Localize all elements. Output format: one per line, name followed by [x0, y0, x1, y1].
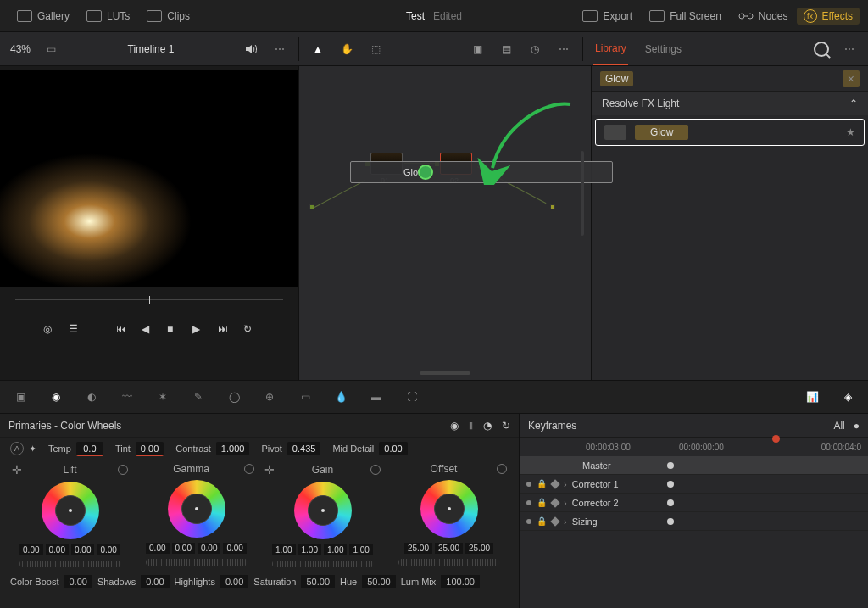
more2-icon[interactable]: ⋯	[555, 41, 572, 58]
offset-jog[interactable]	[398, 559, 500, 566]
wheels-mode-log-icon[interactable]: ◔	[483, 420, 492, 432]
gain-v2[interactable]: 1.00	[324, 544, 347, 555]
sizing-icon[interactable]: ⛶	[403, 388, 420, 405]
stop-icon[interactable]: ■	[167, 323, 179, 335]
gamma-jog[interactable]	[146, 559, 248, 566]
keyframe-icon[interactable]	[550, 479, 559, 488]
middet-value[interactable]: 0.00	[379, 442, 407, 455]
kf-all-label[interactable]: All	[833, 420, 844, 432]
qualifier-icon[interactable]: ✎	[190, 388, 207, 405]
lummix-value[interactable]: 100.00	[441, 575, 480, 588]
wheels-reset-icon[interactable]: ↻	[502, 420, 510, 432]
gallery-button[interactable]: Gallery	[8, 10, 78, 22]
luts-button[interactable]: LUTs	[78, 10, 138, 22]
search-icon[interactable]	[814, 42, 829, 57]
contrast-value[interactable]: 1.000	[216, 442, 250, 455]
zoom-level[interactable]: 43%	[10, 43, 31, 55]
node-panel-handle[interactable]	[420, 371, 470, 375]
more3-icon[interactable]: ⋯	[841, 41, 858, 58]
gain-v1[interactable]: 1.00	[298, 544, 321, 555]
lift-v1[interactable]: 0.00	[46, 544, 69, 555]
offset-v1[interactable]: 25.00	[435, 543, 463, 554]
viewer[interactable]	[0, 70, 298, 287]
scrubber[interactable]	[0, 287, 298, 312]
keyframes-icon[interactable]: ◈	[839, 388, 856, 405]
colorboost-value[interactable]: 0.00	[64, 575, 92, 588]
gain-jog[interactable]	[272, 561, 374, 567]
audio-icon[interactable]	[242, 41, 259, 58]
magic-mask-icon[interactable]: ▭	[297, 388, 314, 405]
kf-mode-icon[interactable]: ●	[854, 420, 860, 432]
highlights-value[interactable]: 0.00	[220, 575, 248, 588]
play-icon[interactable]: ▶	[192, 323, 204, 335]
lift-v2[interactable]: 0.00	[71, 544, 94, 555]
lock-icon[interactable]: 🔒	[537, 516, 547, 526]
lift-v0[interactable]: 0.00	[19, 544, 42, 555]
wheels-mode-bars-icon[interactable]: ⦀	[469, 420, 473, 432]
clear-search-icon[interactable]: ×	[843, 70, 860, 87]
offset-reset-icon[interactable]	[497, 464, 507, 474]
expand-icon[interactable]: ›	[564, 479, 567, 489]
fx-item-glow[interactable]: Glow ★	[595, 119, 865, 146]
split-icon[interactable]: ▤	[498, 41, 515, 58]
color-wheels-icon[interactable]: ◉	[47, 388, 64, 405]
playhead[interactable]	[776, 438, 776, 607]
lock-icon[interactable]: 🔒	[537, 498, 547, 507]
gain-reset-icon[interactable]	[370, 465, 381, 475]
clips-button[interactable]: Clips	[138, 10, 198, 22]
more-icon[interactable]: ⋯	[271, 41, 288, 58]
offset-wheel[interactable]	[420, 480, 478, 538]
aperture-icon[interactable]: ◎	[43, 323, 55, 335]
keyframe-icon[interactable]	[550, 516, 559, 526]
gamma-v2[interactable]: 0.00	[198, 543, 220, 554]
kf-marker[interactable]	[667, 462, 674, 469]
fx-search-bar[interactable]: Glow ×	[592, 66, 868, 92]
temp-value[interactable]: 0.0	[76, 442, 103, 456]
next-clip-icon[interactable]: ⏭	[218, 323, 230, 335]
curves-icon[interactable]: 〰	[119, 388, 136, 405]
auto-icon[interactable]: A	[10, 442, 24, 455]
gain-v0[interactable]: 1.00	[272, 544, 295, 555]
kf-track[interactable]	[665, 456, 868, 531]
gain-balance-icon[interactable]: ✛	[264, 463, 275, 477]
warper-icon[interactable]: ✶	[154, 388, 171, 405]
reverse-icon[interactable]: ◀	[142, 323, 153, 335]
node-scrollbar[interactable]	[581, 151, 584, 236]
gamma-v1[interactable]: 0.00	[172, 543, 195, 554]
gamma-wheel[interactable]	[168, 480, 225, 538]
window-icon[interactable]: ◯	[225, 388, 242, 405]
lift-wheel[interactable]	[42, 482, 99, 539]
lift-v3[interactable]: 0.00	[97, 544, 120, 555]
highlight-icon[interactable]: ◷	[526, 41, 543, 58]
offset-v2[interactable]: 25.00	[465, 543, 493, 554]
hue-value[interactable]: 50.00	[362, 575, 396, 588]
lift-reset-icon[interactable]	[118, 465, 128, 475]
favorite-icon[interactable]: ★	[846, 126, 855, 138]
hdr-icon[interactable]: ◐	[83, 388, 100, 405]
timeline-name[interactable]: Timeline 1	[71, 43, 231, 55]
hand-icon[interactable]: ✋	[338, 41, 355, 58]
offset-v0[interactable]: 25.00	[404, 543, 432, 554]
fullscreen-button[interactable]: Full Screen	[641, 10, 730, 22]
keyframe-icon[interactable]	[550, 498, 559, 507]
loop-icon[interactable]: ↻	[243, 323, 255, 335]
gamma-v0[interactable]: 0.00	[146, 543, 169, 554]
node-output-pin[interactable]	[550, 204, 555, 209]
fx-group-header[interactable]: Resolve FX Light ⌃	[592, 92, 868, 115]
gain-v3[interactable]: 1.00	[349, 544, 372, 555]
key-icon[interactable]: ▬	[368, 388, 385, 405]
gamma-v3[interactable]: 0.00	[223, 543, 246, 554]
scopes-icon[interactable]: 📊	[804, 388, 821, 405]
prev-clip-icon[interactable]: ⏮	[116, 323, 128, 335]
export-button[interactable]: Export	[574, 10, 641, 22]
nodes-button[interactable]: Nodes	[730, 10, 797, 22]
shadows-value[interactable]: 0.00	[141, 575, 169, 588]
expand-icon[interactable]: ›	[564, 516, 567, 527]
blur-icon[interactable]: 💧	[332, 388, 349, 405]
pointer-icon[interactable]: ▲	[309, 41, 326, 58]
wheels-mode-dot-icon[interactable]: ◉	[450, 420, 459, 432]
node-tool-icon[interactable]: ⬚	[367, 41, 384, 58]
layers-icon[interactable]: ☰	[69, 323, 81, 335]
camera-raw-icon[interactable]: ▣	[12, 388, 29, 405]
gamma-reset-icon[interactable]	[244, 464, 254, 474]
